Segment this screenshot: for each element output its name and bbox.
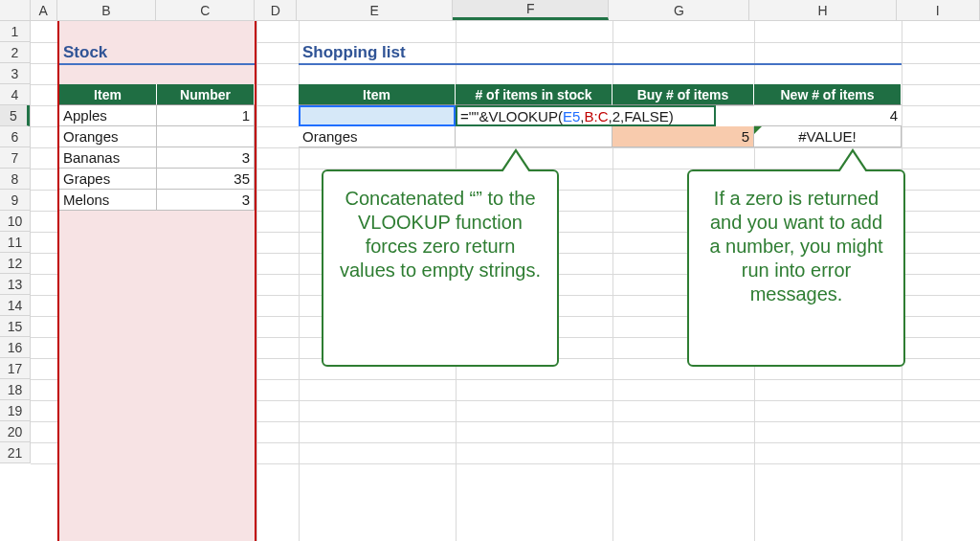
row-header-11[interactable]: 11 — [0, 232, 30, 253]
col-header-E[interactable]: E — [297, 0, 453, 20]
col-header-F[interactable]: F — [453, 0, 609, 20]
col-header-H[interactable]: H — [749, 0, 896, 20]
formula-ref2: B:C — [584, 108, 608, 124]
stock-row-item[interactable]: Oranges — [59, 126, 157, 147]
col-header-B[interactable]: B — [57, 0, 156, 20]
shop-row-item[interactable]: Oranges — [299, 126, 456, 147]
formula-prefix: =""&VLOOKUP( — [460, 108, 563, 124]
row-header-12[interactable]: 12 — [0, 253, 30, 274]
stock-row-number[interactable]: 3 — [157, 147, 255, 169]
callout-1-tail-inner — [502, 152, 529, 172]
row-header-15[interactable]: 15 — [0, 316, 30, 337]
stock-header-item: Item — [59, 84, 157, 105]
stock-title: Stock — [59, 42, 255, 65]
formula-suffix: ,2,FALSE) — [608, 108, 673, 124]
shop-row-new-error[interactable]: #VALUE! — [754, 126, 902, 147]
row-header-21[interactable]: 21 — [0, 442, 30, 463]
shop-row-stock[interactable] — [456, 126, 612, 147]
shop-header-buy: Buy # of items — [612, 84, 754, 105]
col-header-G[interactable]: G — [609, 0, 749, 20]
row-header-9[interactable]: 9 — [0, 190, 30, 211]
col-header-I[interactable]: I — [897, 0, 980, 20]
row-header-2[interactable]: 2 — [0, 42, 30, 63]
col-header-C[interactable]: C — [156, 0, 255, 20]
shop-row-buy[interactable]: 5 — [612, 126, 754, 147]
column-headers: A B C D E F G H I — [0, 0, 980, 21]
grid[interactable]: Stock Shopping list Item Number Apples 1… — [31, 21, 980, 541]
select-all-corner[interactable] — [0, 0, 31, 20]
callout-2-tail-inner — [839, 152, 866, 172]
stock-row-number[interactable] — [157, 126, 255, 147]
shop-row-new[interactable]: 4 — [754, 105, 902, 126]
col-header-A[interactable]: A — [31, 0, 57, 20]
stock-row-number[interactable]: 35 — [157, 169, 255, 190]
stock-row-number[interactable]: 3 — [157, 190, 255, 211]
stock-row-item[interactable]: Grapes — [59, 169, 157, 190]
shop-header-stock: # of items in stock — [456, 84, 612, 105]
stock-row-item[interactable]: Bananas — [59, 147, 157, 169]
shop-header-item: Item — [299, 84, 456, 105]
row-header-19[interactable]: 19 — [0, 400, 30, 421]
shopping-title: Shopping list — [299, 42, 902, 65]
row-header-3[interactable]: 3 — [0, 63, 30, 84]
stock-header-number: Number — [157, 84, 255, 105]
ref-highlight-e5 — [299, 105, 456, 126]
row-header-14[interactable]: 14 — [0, 295, 30, 316]
row-header-10[interactable]: 10 — [0, 211, 30, 232]
row-header-5[interactable]: 5 — [0, 105, 30, 126]
row-header-8[interactable]: 8 — [0, 169, 30, 190]
row-header-1[interactable]: 1 — [0, 21, 30, 42]
callout-2: If a zero is returned and you want to ad… — [687, 169, 905, 367]
row-header-7[interactable]: 7 — [0, 147, 30, 169]
row-header-18[interactable]: 18 — [0, 379, 30, 400]
formula-ref1: E5 — [563, 108, 580, 124]
callout-1: Concatenated “” to the VLOOKUP function … — [322, 169, 559, 367]
row-header-13[interactable]: 13 — [0, 274, 30, 295]
shop-header-new: New # of items — [754, 84, 902, 105]
stock-row-item[interactable]: Apples — [59, 105, 157, 126]
active-cell-formula[interactable]: =""&VLOOKUP(E5,B:C,2,FALSE) — [456, 105, 716, 126]
row-headers: 1 2 3 4 5 6 7 8 9 10 11 12 13 14 15 16 1… — [0, 21, 31, 463]
stock-row-number[interactable]: 1 — [157, 105, 255, 126]
stock-row-item[interactable]: Melons — [59, 190, 157, 211]
col-header-D[interactable]: D — [255, 0, 297, 20]
row-header-20[interactable]: 20 — [0, 421, 30, 442]
row-header-16[interactable]: 16 — [0, 337, 30, 358]
spreadsheet: A B C D E F G H I 1 2 3 4 5 6 7 8 9 10 1… — [0, 0, 980, 541]
row-header-4[interactable]: 4 — [0, 84, 30, 105]
row-header-17[interactable]: 17 — [0, 358, 30, 379]
row-header-6[interactable]: 6 — [0, 126, 30, 147]
